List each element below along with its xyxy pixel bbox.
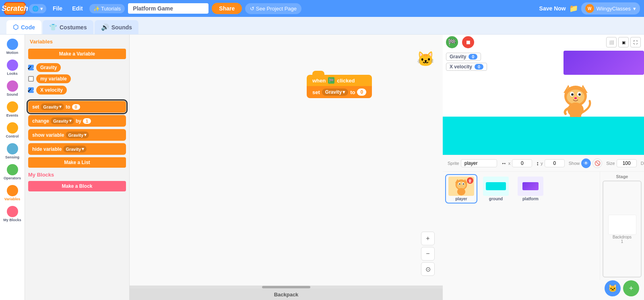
x-value-input[interactable] (512, 159, 532, 167)
tab-sounds[interactable]: 🔊 Sounds (95, 20, 138, 34)
share-button[interactable]: Share (212, 3, 242, 14)
sidebar-item-control[interactable]: Control (0, 120, 25, 141)
globe-arrow: ▾ (40, 6, 43, 12)
sidebar-item-motion[interactable]: Motion (0, 36, 25, 57)
player-delete-icon[interactable]: 🗑 (467, 177, 473, 184)
hide-gravity-dropdown[interactable]: Gravity ▾ (63, 146, 87, 152)
gravity-dropdown[interactable]: Gravity ▾ (41, 103, 64, 110)
sidebar-item-sensing[interactable]: Sensing (0, 141, 25, 162)
blocks-panel: Variables Make a Variable ✓ Gravity my v… (25, 35, 130, 300)
tab-code-label: Code (21, 24, 35, 31)
user-badge[interactable]: W WiingyClasses ▾ (581, 2, 640, 14)
when-flag-clicked-block[interactable]: when 🏁 clicked (307, 75, 372, 86)
project-name-input[interactable] (128, 3, 208, 14)
backdrops-count: 1 (621, 239, 623, 244)
show-gravity-dropdown[interactable]: Gravity ▾ (66, 132, 89, 138)
gravity-checkbox[interactable]: ✓ (28, 65, 34, 70)
make-variable-button[interactable]: Make a Variable (28, 49, 126, 59)
fab-area: 🐱 + (443, 280, 644, 300)
tabs-bar: ⬡ Code 👕 Costumes 🔊 Sounds (0, 17, 644, 35)
edit-menu-button[interactable]: Edit (69, 4, 86, 13)
svg-point-21 (463, 183, 464, 185)
svg-point-9 (578, 93, 581, 96)
see-project-button[interactable]: ↺ See Project Page (245, 3, 301, 14)
script-canvas[interactable]: 🐱 when 🏁 clicked set Gravity ▾ to 0 (130, 35, 443, 300)
sidebar-item-variables[interactable]: Variables (0, 183, 25, 203)
stop-button[interactable]: ⏹ (462, 36, 474, 48)
nav-globe[interactable]: 🌐 ▾ (29, 4, 46, 13)
scrollbar-thumb[interactable] (262, 286, 310, 288)
cat-sprite-svg (559, 81, 592, 117)
xvelocity-checkbox[interactable]: ✓ (28, 87, 34, 93)
purple-platform-rect (564, 51, 644, 75)
sprite-card-ground[interactable]: ground (480, 174, 512, 203)
sidebar-item-events[interactable]: Events (0, 99, 25, 120)
myvariable-checkbox[interactable] (28, 76, 34, 82)
canvas-cat-decoration: 🐱 (417, 51, 435, 68)
green-flag-button[interactable]: 🏁 (446, 36, 458, 48)
stage-backdrop-thumbnail[interactable]: Backdrops 1 (603, 181, 642, 277)
control-label: Control (6, 134, 19, 138)
variable-row-gravity: ✓ Gravity (28, 63, 126, 72)
set-variable-block[interactable]: set Gravity ▾ to 0 (28, 101, 126, 113)
scratch-logo[interactable]: Scratch (4, 2, 26, 15)
make-list-button[interactable]: Make a List (28, 157, 126, 168)
zoom-out-button[interactable]: − (421, 247, 435, 261)
change-variable-block[interactable]: change Gravity ▾ by 1 (28, 115, 126, 127)
folder-icon[interactable]: 📁 (569, 4, 578, 13)
sprite-card-player[interactable]: 🗑 player (445, 174, 477, 203)
change-value-input[interactable]: 1 (83, 118, 91, 124)
canvas-set-value[interactable]: 0 (357, 88, 366, 96)
sidebar-item-sound[interactable]: Sound (0, 78, 25, 99)
tab-costumes[interactable]: 👕 Costumes (43, 20, 93, 34)
show-button[interactable]: 👁 (581, 158, 591, 168)
hide-variable-block[interactable]: hide variable Gravity ▾ (28, 143, 126, 155)
script-block-group[interactable]: when 🏁 clicked set Gravity ▾ to 0 (307, 75, 372, 98)
file-menu-button[interactable]: File (50, 4, 66, 13)
canvas-set-block[interactable]: set Gravity ▾ to 0 (307, 86, 372, 98)
fullscreen-button[interactable]: ⛶ (630, 37, 641, 47)
make-block-button[interactable]: Make a Block (28, 181, 126, 191)
tab-code[interactable]: ⬡ Code (6, 20, 41, 34)
sound-label: Sound (7, 92, 18, 97)
sprite-list: 🗑 player (443, 172, 600, 280)
tutorials-button[interactable]: ✨ Tutorials (89, 4, 125, 13)
canvas-gravity-dropdown[interactable]: Gravity ▾ (322, 88, 348, 96)
save-now-button[interactable]: Save Now (539, 5, 566, 12)
sidebar-item-operators[interactable]: Operators (0, 162, 25, 183)
hide-button[interactable]: 🚫 (592, 158, 602, 168)
center-canvas-button[interactable]: ⊙ (421, 262, 435, 276)
cat-fab-button[interactable]: 🐱 (605, 280, 621, 296)
size-input[interactable] (617, 159, 637, 167)
add-sprite-fab-button[interactable]: + (623, 280, 639, 296)
sidebar-item-myblocks[interactable]: My Blocks (0, 203, 25, 224)
sensing-dot (7, 143, 18, 154)
hat-notch (312, 71, 324, 75)
backpack-bar[interactable]: Backpack (130, 289, 443, 300)
player-sprite-label: player (455, 197, 467, 201)
shrink-stage-button[interactable]: ⬜ (606, 37, 617, 47)
xvelocity-chip[interactable]: X velocity (36, 86, 67, 95)
sprite-name-input[interactable] (461, 159, 497, 167)
show-variable-block[interactable]: show variable Gravity ▾ (28, 129, 126, 141)
svg-point-20 (459, 183, 460, 185)
looks-label: Looks (7, 72, 18, 76)
variables-section-title: Variables (28, 38, 126, 45)
set-value-input[interactable]: 0 (72, 104, 80, 110)
sidebar: Motion Looks Sound Events Control Sensin… (0, 35, 25, 300)
main-layout: Motion Looks Sound Events Control Sensin… (0, 35, 644, 300)
normal-stage-button[interactable]: ▣ (618, 37, 629, 47)
gravity-chip[interactable]: Gravity (36, 63, 61, 72)
set-label: set (32, 104, 39, 110)
motion-label: Motion (6, 51, 19, 55)
zoom-in-button[interactable]: + (421, 232, 435, 245)
myvariable-chip[interactable]: my variable (36, 74, 71, 83)
horizontal-scrollbar[interactable] (130, 286, 443, 289)
variable-row-myvariable: my variable (28, 74, 126, 83)
y-value-input[interactable] (545, 159, 565, 167)
sidebar-item-looks[interactable]: Looks (0, 57, 25, 78)
ground-rect (486, 182, 506, 190)
sprite-card-platform[interactable]: platform (514, 174, 547, 203)
user-arrow-icon: ▾ (633, 6, 636, 12)
change-gravity-dropdown[interactable]: Gravity ▾ (51, 117, 74, 124)
